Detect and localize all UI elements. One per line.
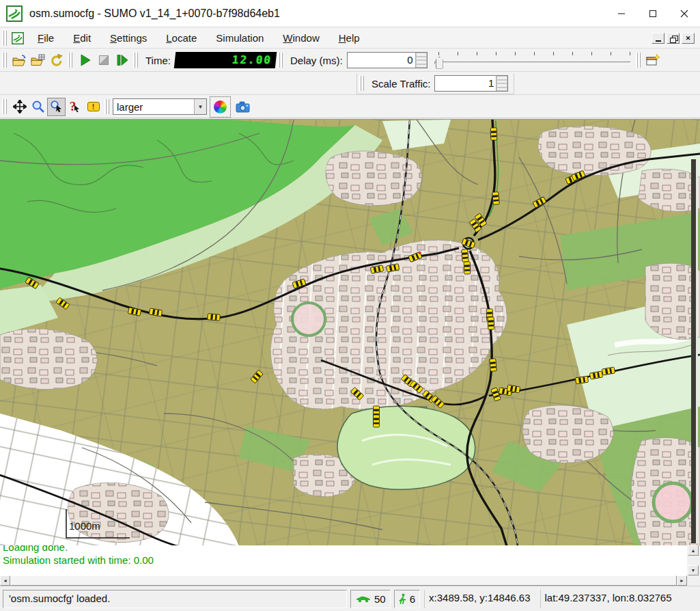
- status-bar: 'osm.sumocfg' loaded. 50 6 x:3489.58, y:…: [0, 586, 700, 611]
- cursor-latlon: lat:49.237337, lon:8.032765: [540, 590, 677, 608]
- delay-value[interactable]: 0: [348, 53, 415, 68]
- dropdown-button[interactable]: ▼: [194, 99, 206, 114]
- step-button[interactable]: [113, 51, 131, 70]
- toolbar-gripper[interactable]: [359, 76, 365, 91]
- slider-track[interactable]: [434, 62, 631, 64]
- person-icon: [399, 593, 407, 604]
- vehicle[interactable]: [208, 314, 221, 321]
- scale-traffic-spinbox[interactable]: 1: [434, 75, 508, 92]
- color-scheme-value: larger: [113, 101, 194, 113]
- scale-traffic-label: Scale Traffic:: [372, 78, 430, 90]
- maximize-button[interactable]: [637, 0, 669, 27]
- mdi-close-button[interactable]: ✕: [682, 33, 695, 44]
- menu-locate[interactable]: Locate: [156, 29, 206, 46]
- map-canvas[interactable]: 1000m: [0, 120, 700, 546]
- warning-bubble-icon: !: [87, 102, 100, 111]
- vehicle[interactable]: [464, 262, 471, 274]
- person-count: 6: [410, 593, 415, 605]
- play-button[interactable]: [76, 51, 94, 70]
- left-arrow-icon: ◄: [3, 578, 8, 583]
- person-counter[interactable]: 6: [394, 590, 420, 608]
- toolbar-simulation: Time: 12.00 Delay (ms): 0: [0, 49, 700, 72]
- menu-simulation[interactable]: Simulation: [206, 29, 273, 46]
- toolbar-gripper[interactable]: [278, 53, 283, 68]
- mdi-minimize-button[interactable]: [652, 33, 664, 44]
- open-network-button[interactable]: [29, 51, 47, 70]
- slider-handle[interactable]: [436, 57, 443, 69]
- delay-spin-down-button[interactable]: [416, 60, 427, 68]
- new-view-button[interactable]: [644, 51, 662, 70]
- play-icon: [79, 54, 92, 66]
- vehicle[interactable]: [490, 359, 497, 372]
- map-view[interactable]: 1000m: [0, 119, 700, 545]
- color-scheme-dropdown[interactable]: larger ▼: [113, 98, 207, 115]
- delay-slider[interactable]: [432, 51, 634, 70]
- menu-items: FileEditSettingsLocateSimulationWindowHe…: [28, 29, 369, 46]
- edit-coloring-button[interactable]: [211, 98, 229, 116]
- scale-spin-down-button[interactable]: [496, 83, 507, 91]
- maximize-icon: [649, 10, 657, 18]
- vehicle-counter[interactable]: 50: [350, 590, 391, 608]
- minimize-button[interactable]: [606, 0, 637, 27]
- zoom-button[interactable]: [29, 98, 47, 116]
- up-arrow-icon: [497, 79, 507, 81]
- historic-center: [292, 303, 325, 336]
- delay-spinbox[interactable]: 0: [347, 52, 428, 68]
- scroll-down-button[interactable]: ▼: [688, 565, 699, 575]
- log-message: Loading done.: [3, 545, 687, 554]
- menu-window[interactable]: Window: [273, 29, 328, 46]
- scale-spin-up-button[interactable]: [496, 76, 507, 83]
- screenshot-button[interactable]: [234, 98, 252, 116]
- scroll-right-button[interactable]: ►: [677, 575, 687, 586]
- scale-traffic-value[interactable]: 1: [435, 76, 496, 91]
- reload-button[interactable]: [47, 51, 66, 70]
- vehicle[interactable]: [462, 249, 469, 262]
- menu-bar: FileEditSettingsLocateSimulationWindowHe…: [0, 28, 700, 49]
- sumo-app-icon: [6, 5, 23, 22]
- toolbar-gripper[interactable]: [2, 53, 8, 68]
- scroll-left-button[interactable]: ◄: [0, 575, 10, 586]
- zoom-to-cursor-button[interactable]: [47, 98, 66, 116]
- message-log[interactable]: Loading done. Simulation started with ti…: [0, 545, 687, 575]
- close-icon: [680, 10, 688, 18]
- menu-settings[interactable]: Settings: [100, 29, 156, 46]
- scale-traffic-panel: Scale Traffic: 1: [356, 73, 514, 94]
- scroll-up-button[interactable]: ▲: [688, 545, 699, 556]
- delay-spin-up-button[interactable]: [416, 53, 427, 60]
- toolbar-gripper[interactable]: [104, 99, 110, 114]
- stop-button[interactable]: [94, 51, 113, 70]
- stop-icon: [99, 55, 109, 65]
- toolbar-gripper[interactable]: [68, 53, 73, 68]
- mdi-restore-button[interactable]: [667, 33, 680, 44]
- menubar-gripper[interactable]: [2, 31, 8, 46]
- vehicle[interactable]: [374, 415, 380, 427]
- time-label: Time:: [145, 55, 171, 66]
- menu-help[interactable]: Help: [329, 29, 369, 46]
- vehicle[interactable]: [575, 376, 588, 383]
- warnings-button[interactable]: !: [84, 98, 102, 116]
- open-config-button[interactable]: [10, 51, 29, 70]
- camera-icon: [236, 101, 250, 113]
- vehicle[interactable]: [488, 317, 494, 329]
- vehicle[interactable]: [492, 192, 500, 205]
- recenter-view-button[interactable]: [10, 98, 29, 116]
- log-message: Simulation started with time: 0.00: [3, 554, 687, 567]
- color-wheel-icon: [214, 100, 227, 113]
- message-vscrollbar[interactable]: ▲ ▼: [688, 545, 699, 575]
- toolbar-gripper[interactable]: [2, 99, 8, 114]
- toolbar-gripper[interactable]: [133, 53, 139, 68]
- open-network-folder-icon: [31, 54, 45, 67]
- title-bar: osm.sumocfg - SUMO v1_14_1+0070-b7f98d64…: [0, 0, 700, 27]
- toolbar-gripper[interactable]: [636, 53, 641, 68]
- menu-file[interactable]: File: [28, 29, 64, 46]
- close-button[interactable]: [669, 0, 700, 27]
- inspect-button[interactable]: ?: [66, 98, 84, 116]
- cursor-xy: x:3489.58, y:14846.63: [424, 590, 535, 608]
- vehicle[interactable]: [490, 128, 497, 140]
- message-hscrollbar[interactable]: ◄ ►: [0, 575, 687, 586]
- hscroll-thumb[interactable]: [10, 575, 677, 586]
- status-loaded-text: 'osm.sumocfg' loaded.: [3, 590, 347, 608]
- up-arrow-icon: [417, 56, 426, 57]
- car-icon: [355, 595, 372, 603]
- menu-edit[interactable]: Edit: [64, 29, 100, 46]
